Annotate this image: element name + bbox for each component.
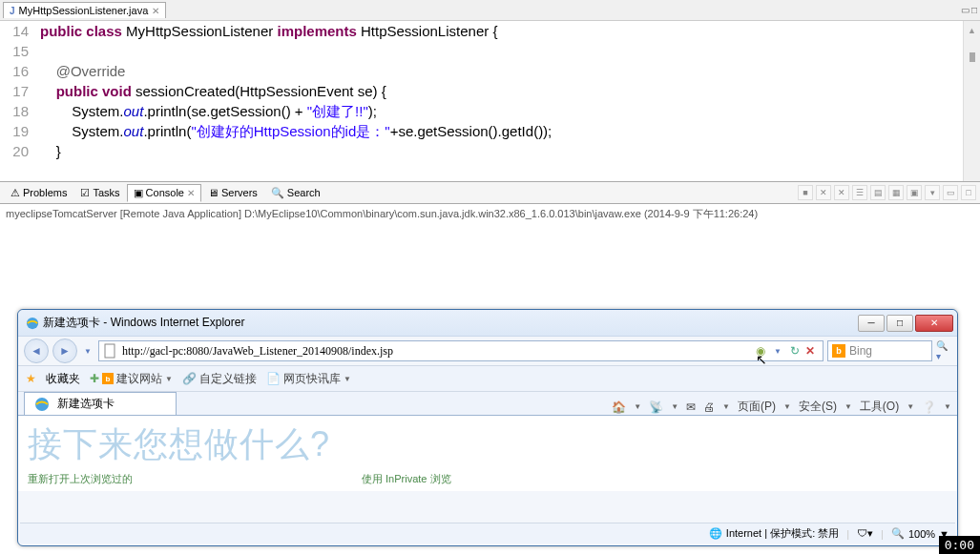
console-toolbar: ■ ✕ ✕ ☰ ▤ ▦ ▣ ▾ ▭ □ [798, 185, 976, 200]
editor-tab[interactable]: J MyHttpSessionListener.java ✕ [3, 2, 166, 18]
minimize-icon[interactable]: ▭ [943, 185, 958, 200]
svg-rect-1 [105, 344, 115, 358]
console-tool-icon[interactable]: ▤ [870, 185, 886, 200]
code-body[interactable]: public class MyHttpSessionListener imple… [36, 21, 963, 181]
ie-tabbar: 新建选项卡 🏠▼ 📡▼ ✉ 🖨▼ 页面(P)▼ 安全(S)▼ 工具(O)▼ ❔▼ [18, 392, 957, 415]
compat-icon[interactable]: ◉ [756, 344, 765, 358]
console-tool-icon[interactable]: ✕ [816, 185, 831, 200]
console-tool-icon[interactable]: ☰ [852, 185, 867, 200]
url-input[interactable] [122, 344, 752, 359]
feeds-icon[interactable]: 📡 [649, 400, 663, 414]
zoom-icon: 🔍 [891, 527, 905, 540]
editor-tabbar: J MyHttpSessionListener.java ✕ ▭ □ [0, 0, 980, 21]
history-dropdown-icon[interactable]: ▼ [81, 347, 94, 356]
console-tool-icon[interactable]: ■ [798, 185, 813, 200]
problems-icon: ⚠ [10, 187, 20, 199]
fav-custom[interactable]: 🔗 自定义链接 [182, 371, 257, 387]
status-bar: 🌐 Internet | 保护模式: 禁用 | 🛡▾ | 🔍 100% ▼ [20, 523, 955, 544]
security-zone: Internet | 保护模式: 禁用 [726, 526, 839, 541]
feed-icon: 📄 [266, 372, 281, 385]
window-buttons: ─ □ ✕ [858, 315, 953, 332]
protected-mode-icon[interactable]: 🛡▾ [857, 527, 873, 540]
address-bar[interactable]: ◉ ▼ ↻ ✕ [98, 340, 824, 361]
maximize-icon[interactable]: □ [971, 5, 977, 15]
link-icon: 🔗 [182, 372, 197, 385]
console-tool-icon[interactable]: ▣ [907, 185, 922, 200]
favorites-label[interactable]: 收藏夹 [46, 371, 80, 387]
ie-navbar: ◄ ► ▼ ◉ ▼ ↻ ✕ b Bing 🔍▾ [18, 337, 957, 365]
overview-mark [970, 52, 975, 62]
console-tool-icon[interactable]: ▦ [888, 185, 904, 200]
help-icon[interactable]: ❔ [922, 400, 936, 414]
chevron-down-icon: ▼ [165, 375, 173, 383]
ie-window: 新建选项卡 - Windows Internet Explorer ─ □ ✕ … [17, 309, 958, 546]
close-button[interactable]: ✕ [915, 315, 953, 332]
console-tool-icon[interactable]: ✕ [834, 185, 849, 200]
tasks-icon: ☑ [80, 187, 90, 199]
fav-suggest[interactable]: ✚ b 建议网站 ▼ [90, 371, 173, 387]
tab-tasks[interactable]: ☑ Tasks [73, 184, 126, 202]
fav-quick[interactable]: 📄 网页快讯库 ▼ [266, 371, 351, 387]
page-content: 接下来您想做什么? 重新打开上次浏览过的 使用 InPrivate 浏览 [18, 415, 957, 491]
tab-problems[interactable]: ⚠ Problems [4, 184, 73, 202]
editor-window-controls: ▭ □ [961, 5, 977, 15]
tab-console[interactable]: ▣ Console ✕ [127, 184, 201, 202]
editor-scrollbar[interactable]: ▲ [963, 21, 980, 181]
mail-icon[interactable]: ✉ [686, 400, 696, 414]
tab-search[interactable]: 🔍 Search [264, 184, 327, 202]
url-dropdown-icon[interactable]: ▼ [771, 347, 784, 356]
page-menu[interactable]: 页面(P) [738, 399, 776, 415]
favorites-star-icon[interactable]: ★ [26, 372, 36, 385]
search-icon: 🔍 [271, 187, 284, 199]
zone-icon: 🌐 [709, 527, 722, 540]
views-tabbar: ⚠ Problems ☑ Tasks ▣ Console ✕ 🖥 Servers… [0, 181, 980, 204]
servers-icon: 🖥 [208, 187, 219, 198]
refresh-icon[interactable]: ↻ [790, 344, 800, 358]
maximize-icon[interactable]: □ [961, 185, 976, 200]
browser-tab[interactable]: 新建选项卡 [24, 392, 177, 415]
page-icon [103, 343, 118, 359]
console-icon: ▣ [134, 187, 143, 199]
search-box[interactable]: b Bing [827, 340, 932, 361]
editor-tab-title: MyHttpSessionListener.java [19, 5, 149, 16]
browser-tab-title: 新建选项卡 [57, 396, 115, 412]
search-placeholder: Bing [849, 344, 872, 358]
add-icon: ✚ [90, 372, 99, 385]
ie-titlebar[interactable]: 新建选项卡 - Windows Internet Explorer ─ □ ✕ [18, 310, 957, 337]
back-button[interactable]: ◄ [24, 339, 49, 363]
favorites-bar: ★ 收藏夹 ✚ b 建议网站 ▼ 🔗 自定义链接 📄 网页快讯库 ▼ [18, 365, 957, 392]
ie-logo-icon [34, 397, 50, 412]
reopen-link[interactable]: 重新打开上次浏览过的 [28, 472, 133, 486]
command-bar: 🏠▼ 📡▼ ✉ 🖨▼ 页面(P)▼ 安全(S)▼ 工具(O)▼ ❔▼ [612, 399, 951, 415]
close-icon[interactable]: ✕ [152, 6, 159, 16]
print-icon[interactable]: 🖨 [703, 400, 715, 414]
chevron-down-icon: ▼ [344, 375, 351, 383]
line-gutter: 14 15 16 17 18 19 20 [0, 21, 36, 181]
scroll-up-icon[interactable]: ▲ [968, 21, 976, 41]
code-editor[interactable]: 14 15 16 17 18 19 20 public class MyHttp… [0, 21, 980, 181]
stop-icon[interactable]: ✕ [805, 344, 815, 358]
tools-menu[interactable]: 工具(O) [860, 399, 899, 415]
minimize-button[interactable]: ─ [858, 315, 885, 332]
bing-logo-icon: b [102, 373, 114, 384]
minimize-icon[interactable]: ▭ [961, 5, 970, 15]
java-file-icon: J [10, 6, 15, 16]
console-tool-icon[interactable]: ▾ [925, 185, 940, 200]
search-go-icon[interactable]: 🔍▾ [936, 340, 951, 361]
console-launch-info: myeclipseTomcatServer [Remote Java Appli… [0, 204, 980, 224]
bing-logo-icon: b [832, 344, 845, 358]
close-icon[interactable]: ✕ [187, 188, 195, 198]
ie-logo-icon [26, 317, 39, 330]
tab-servers[interactable]: 🖥 Servers [201, 184, 264, 201]
zoom-level: 100% [908, 528, 935, 540]
recording-timer: 0:00 [939, 536, 980, 554]
forward-button[interactable]: ► [52, 339, 77, 363]
window-title: 新建选项卡 - Windows Internet Explorer [43, 315, 244, 331]
home-icon[interactable]: 🏠 [612, 400, 626, 414]
inprivate-link[interactable]: 使用 InPrivate 浏览 [362, 472, 451, 486]
welcome-heading: 接下来您想做什么? [28, 421, 948, 468]
maximize-button[interactable]: □ [886, 315, 913, 332]
safety-menu[interactable]: 安全(S) [799, 399, 837, 415]
